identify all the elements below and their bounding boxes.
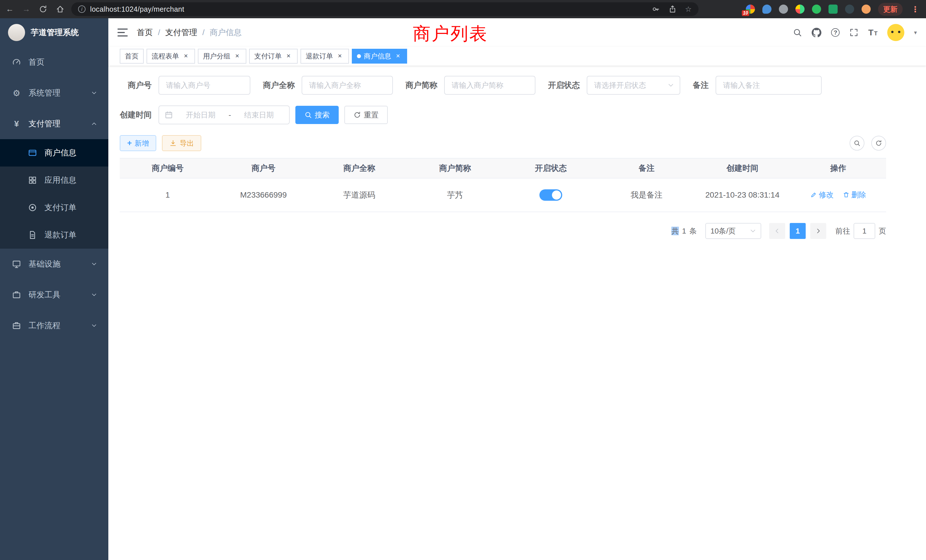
- hamburger-icon[interactable]: [118, 28, 128, 37]
- breadcrumb-payment[interactable]: 支付管理: [165, 27, 197, 38]
- breadcrumb-home[interactable]: 首页: [137, 27, 153, 38]
- status-toggle[interactable]: [539, 189, 562, 201]
- pagination: 共 1 条 10条/页 1 前往 页: [120, 223, 886, 239]
- sidebar-item-payment[interactable]: ¥ 支付管理: [0, 108, 108, 139]
- extension-icon[interactable]: [779, 5, 788, 14]
- fullscreen-icon[interactable]: [849, 28, 858, 37]
- profile-avatar-icon[interactable]: [862, 5, 871, 14]
- sidebar-item-workflow[interactable]: 工作流程: [0, 310, 108, 341]
- bookmark-star-icon[interactable]: ☆: [685, 5, 691, 14]
- tab-close-icon[interactable]: ×: [336, 52, 344, 60]
- password-key-icon[interactable]: [652, 5, 660, 13]
- sidebar-item-merchant-info[interactable]: 商户信息: [0, 139, 108, 166]
- full-name-input[interactable]: [302, 76, 393, 95]
- prev-page-button[interactable]: [769, 223, 785, 239]
- sidebar-item-infrastructure[interactable]: 基础设施: [0, 249, 108, 279]
- toolbox-icon: [11, 290, 22, 300]
- screen: ← → i localhost:1024/pay/merchant ☆ 10 更…: [0, 0, 926, 560]
- breadcrumb-separator: /: [203, 28, 205, 37]
- tab-label: 支付订单: [254, 51, 282, 61]
- tab-close-icon[interactable]: ×: [182, 52, 190, 60]
- avatar-caret-icon[interactable]: ▾: [914, 29, 917, 36]
- delete-link[interactable]: 删除: [843, 190, 866, 200]
- sidebar-item-app-info[interactable]: 应用信息: [0, 166, 108, 194]
- page-number-button[interactable]: 1: [790, 223, 806, 239]
- tab-close-icon[interactable]: ×: [284, 52, 292, 60]
- status-select[interactable]: 请选择开启状态: [587, 76, 680, 95]
- tab-close-icon[interactable]: ×: [394, 52, 402, 60]
- browser-home-icon[interactable]: [56, 5, 64, 14]
- user-avatar[interactable]: [887, 24, 904, 41]
- export-button-label: 导出: [180, 139, 194, 148]
- total-suffix: 条: [689, 227, 697, 235]
- sidebar-item-dev-tools[interactable]: 研发工具: [0, 279, 108, 310]
- search-button[interactable]: 搜索: [295, 106, 339, 124]
- add-button[interactable]: + 新增: [120, 135, 156, 151]
- next-page-button[interactable]: [810, 223, 826, 239]
- page-size-select[interactable]: 10条/页: [705, 223, 761, 239]
- search-icon[interactable]: [793, 28, 802, 37]
- extension-icon[interactable]: [829, 5, 838, 14]
- menu-label: 应用信息: [44, 175, 76, 186]
- sidebar-item-system[interactable]: ⚙ 系统管理: [0, 77, 108, 108]
- export-button[interactable]: 导出: [162, 135, 201, 151]
- browser-update-button[interactable]: 更新: [878, 3, 903, 16]
- extension-icon[interactable]: 10: [746, 5, 755, 14]
- cell-full-name: 芋道源码: [311, 178, 407, 212]
- table-row: 1 M233666999 芋道源码 芋艿 我是备注 2021-10-23 08:…: [120, 178, 886, 212]
- tab-user-group[interactable]: 用户分组 ×: [198, 49, 246, 64]
- monitor-icon: [11, 259, 22, 269]
- font-size-icon[interactable]: TT: [868, 28, 878, 37]
- extension-icon[interactable]: [812, 5, 821, 14]
- refresh-table-button[interactable]: [871, 136, 886, 151]
- sidebar-item-pay-order[interactable]: 支付订单: [0, 194, 108, 221]
- sidebar-item-refund-order[interactable]: 退款订单: [0, 221, 108, 249]
- remark-input[interactable]: [716, 76, 822, 95]
- tab-refund-order[interactable]: 退款订单 ×: [301, 49, 349, 64]
- tab-pay-order[interactable]: 支付订单 ×: [249, 49, 298, 64]
- sidebar-item-home[interactable]: 首页: [0, 47, 108, 77]
- tab-merchant-info[interactable]: 商户信息 ×: [352, 49, 407, 64]
- tab-close-icon[interactable]: ×: [233, 52, 241, 60]
- create-time-range-picker[interactable]: 开始日期 - 结束日期: [159, 106, 290, 124]
- help-icon[interactable]: ?: [831, 28, 840, 37]
- toggle-search-button[interactable]: [850, 136, 864, 151]
- cell-status: [503, 178, 599, 212]
- edit-link[interactable]: 修改: [810, 190, 834, 200]
- browser-forward-icon[interactable]: →: [22, 5, 30, 13]
- app-logo[interactable]: 芋道管理系统: [0, 18, 108, 47]
- font-size-large-glyph: T: [868, 28, 873, 37]
- github-icon[interactable]: [812, 28, 822, 37]
- goto-page-input[interactable]: [853, 223, 875, 239]
- short-name-input[interactable]: [444, 76, 536, 95]
- browser-back-icon[interactable]: ←: [6, 5, 14, 13]
- table-toolbar: + 新增 导出: [120, 135, 886, 151]
- site-info-icon[interactable]: i: [78, 5, 86, 13]
- breadcrumb-separator: /: [158, 28, 160, 37]
- extension-icon[interactable]: [763, 5, 772, 14]
- filter-form-row-2: 创建时间 开始日期 - 结束日期 搜索: [120, 106, 886, 124]
- menu-label: 支付订单: [44, 202, 76, 213]
- merchant-no-input[interactable]: [159, 76, 250, 95]
- reset-button[interactable]: 重置: [344, 106, 388, 124]
- cell-remark: 我是备注: [599, 178, 694, 212]
- browser-extensions: 10 更新 ⋮: [699, 3, 920, 16]
- browser-refresh-icon[interactable]: [39, 5, 47, 14]
- share-icon[interactable]: [669, 5, 676, 13]
- date-end-placeholder: 结束日期: [235, 110, 283, 120]
- extension-icon[interactable]: [796, 5, 805, 14]
- tab-process-form[interactable]: 流程表单 ×: [147, 49, 195, 64]
- menu-label: 基础设施: [29, 259, 61, 269]
- filter-short-name: 商户简称: [406, 76, 536, 95]
- url-text[interactable]: localhost:1024/pay/merchant: [90, 5, 184, 14]
- extension-icon[interactable]: [845, 5, 854, 14]
- reset-button-label: 重置: [364, 110, 378, 120]
- tab-home[interactable]: 首页: [120, 49, 144, 64]
- dashboard-icon: [11, 58, 22, 67]
- browser-menu-icon[interactable]: ⋮: [910, 5, 920, 14]
- breadcrumb-current: 商户信息: [210, 27, 242, 38]
- chevron-down-icon: [750, 228, 756, 234]
- filter-status: 开启状态 请选择开启状态: [548, 76, 680, 95]
- address-bar[interactable]: i localhost:1024/pay/merchant ☆: [71, 2, 699, 16]
- page-content: 商户号 商户全称 商户简称 开启状态: [108, 65, 926, 560]
